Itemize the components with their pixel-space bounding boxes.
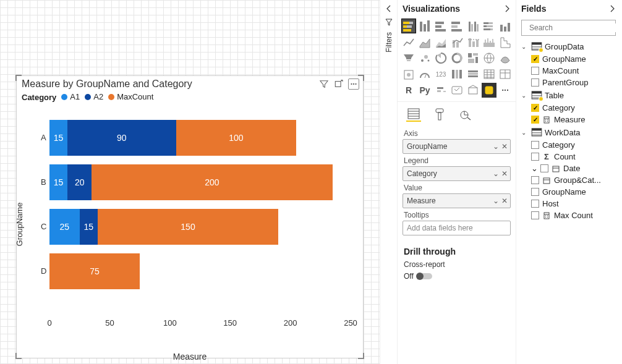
legend-well[interactable]: Category ⌄✕ [403,166,511,181]
tooltips-well[interactable]: Add data fields here [403,221,511,235]
field-checkbox[interactable] [531,116,539,124]
viz-type-icon[interactable] [401,19,416,33]
viz-type-icon[interactable]: 123 [433,67,448,82]
viz-type-icon[interactable] [417,51,432,66]
viz-type-icon[interactable] [401,35,416,49]
viz-type-icon[interactable] [401,67,416,82]
legend-item[interactable]: A1 [61,92,80,101]
fields-search[interactable] [521,20,616,36]
cross-report-toggle[interactable]: Off [404,272,432,281]
field-item[interactable]: GroupName [519,53,618,65]
remove-icon[interactable]: ✕ [501,197,508,205]
chevron-down-icon[interactable]: ⌄ [493,169,499,178]
viz-type-icon[interactable] [498,19,513,33]
bar-segment[interactable]: 75 [49,253,140,289]
viz-type-icon[interactable] [401,51,416,66]
field-item[interactable]: Host [519,198,618,210]
bar-segment[interactable]: 90 [67,120,176,156]
viz-type-icon[interactable] [433,19,448,33]
expand-icon[interactable]: ⌄ [521,129,529,136]
field-item[interactable]: Group&Cat... [519,174,618,186]
bar-segment[interactable]: 200 [92,164,333,200]
bar-segment[interactable]: 15 [49,164,67,200]
field-item[interactable]: Measure [519,114,618,125]
analytics-tab-icon[interactable] [458,107,473,122]
viz-type-icon[interactable] [482,83,496,98]
field-checkbox[interactable] [531,141,539,149]
field-checkbox[interactable] [531,153,539,161]
viz-type-icon[interactable] [482,35,496,49]
viz-type-icon[interactable] [498,67,513,82]
bar-segment[interactable]: 15 [80,209,98,245]
viz-type-icon[interactable] [466,35,480,49]
viz-type-icon[interactable] [433,51,448,66]
field-item[interactable]: MaxCount [519,65,618,77]
viz-type-icon[interactable] [433,83,448,98]
chevron-right-icon[interactable] [503,5,511,12]
bar[interactable]: 1590100 [49,120,351,156]
viz-type-icon[interactable] [466,83,480,98]
report-canvas[interactable]: Measure by GroupName and Category Catego… [0,0,380,364]
viz-type-icon[interactable] [449,35,464,49]
viz-type-icon[interactable]: R [401,83,416,98]
viz-type-icon[interactable] [498,51,513,66]
search-input[interactable] [529,23,622,32]
format-tab-icon[interactable] [432,107,447,122]
field-checkbox[interactable] [531,55,539,63]
chevron-down-icon[interactable]: ⌄ [493,142,499,151]
field-table[interactable]: ⌄Table [519,88,618,102]
field-checkbox[interactable] [531,200,539,208]
field-item[interactable]: Max Count [519,210,618,221]
field-checkbox[interactable] [540,164,548,172]
viz-type-icon[interactable] [466,19,480,33]
more-visuals-icon[interactable]: ··· [498,83,513,98]
field-checkbox[interactable] [531,104,539,112]
viz-type-icon[interactable] [417,19,432,33]
viz-type-icon[interactable]: Py [417,83,432,98]
chart-visual[interactable]: Measure by GroupName and Category Catego… [16,75,364,358]
field-checkbox[interactable] [531,78,539,87]
viz-type-icon[interactable] [449,51,464,66]
field-checkbox[interactable] [531,211,539,219]
field-table[interactable]: ⌄WorkData [519,125,618,139]
field-item[interactable]: ΣCount [519,151,618,163]
field-checkbox[interactable] [531,188,539,196]
expand-icon[interactable]: ⌄ [521,43,529,50]
viz-type-icon[interactable] [466,67,480,82]
value-well[interactable]: Measure ⌄✕ [403,193,511,208]
viz-type-icon[interactable] [417,67,432,82]
remove-icon[interactable]: ✕ [501,169,508,178]
bar-segment[interactable]: 25 [49,209,80,245]
focus-mode-icon[interactable] [333,78,344,90]
more-options-icon[interactable] [348,78,359,90]
bar-segment[interactable]: 20 [67,164,92,200]
legend-item[interactable]: A2 [85,92,103,101]
bar[interactable]: 75 [49,253,351,289]
viz-type-icon[interactable] [482,67,496,82]
bar-segment[interactable]: 100 [176,120,297,156]
viz-type-icon[interactable] [449,19,464,33]
viz-type-icon[interactable] [449,83,464,98]
field-checkbox[interactable] [531,176,539,184]
expand-icon[interactable]: ⌄ [521,92,529,99]
field-checkbox[interactable] [531,67,539,75]
remove-icon[interactable]: ✕ [501,142,508,151]
field-item[interactable]: GroupName [519,186,618,198]
viz-type-icon[interactable] [417,35,432,49]
filter-icon[interactable] [318,78,330,90]
filters-pane-collapsed[interactable]: Filters [380,0,397,364]
bar-segment[interactable]: 15 [49,120,67,156]
viz-type-icon[interactable] [482,19,496,33]
legend-item[interactable]: MaxCount [108,92,153,101]
viz-type-icon[interactable] [466,51,480,66]
field-item[interactable]: ParentGroup [519,77,618,88]
axis-well[interactable]: GroupName ⌄✕ [403,139,511,154]
bar[interactable]: 2515150 [49,209,351,245]
expand-icon[interactable]: ⌄ [531,164,537,173]
viz-type-icon[interactable] [449,67,464,82]
viz-type-icon[interactable] [433,35,448,49]
field-item[interactable]: Category [519,139,618,151]
field-item[interactable]: ⌄Date [519,163,618,174]
viz-type-icon[interactable] [482,51,496,66]
field-item[interactable]: Category [519,102,618,114]
